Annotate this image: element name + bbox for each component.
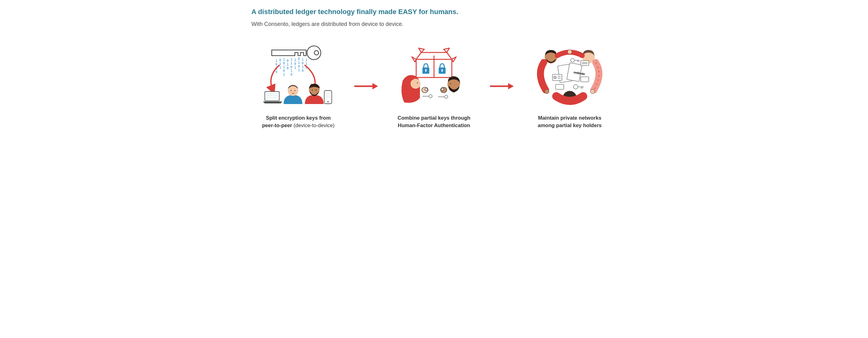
step-2-caption: Combine partial keys through Human-Facto… [398,114,471,129]
step-1-bold: peer-to-peer [262,123,292,128]
svg-point-76 [545,89,549,94]
svg-rect-88 [581,77,589,82]
svg-text:0: 0 [298,57,300,61]
svg-point-64 [450,83,451,84]
step-1-light: (device-to-device) [292,123,335,128]
svg-point-42 [290,90,291,91]
svg-point-43 [294,90,295,91]
svg-point-91 [574,84,578,89]
svg-rect-85 [581,61,589,66]
svg-text:0: 0 [276,63,277,66]
svg-text:1: 1 [290,58,292,61]
private-network-icon: confidential [534,43,606,106]
svg-text:0: 0 [283,62,285,65]
step-3-line2: among partial key holders [538,123,601,128]
combine-keys-icon [398,43,470,106]
svg-text:1: 1 [283,65,285,69]
svg-point-66 [425,88,428,91]
svg-text:0: 0 [302,69,304,72]
svg-text:0: 0 [283,69,285,72]
page-subtitle: With Consento, ledgers are distributed f… [251,21,617,28]
svg-point-90 [571,59,575,62]
svg-text:1: 1 [290,62,292,65]
arrow-1-icon [354,82,379,90]
svg-point-51 [328,101,329,102]
svg-point-68 [441,88,444,91]
svg-text:0: 0 [287,59,289,63]
svg-point-45 [312,89,313,90]
svg-point-61 [410,79,421,89]
svg-text:1: 1 [302,65,304,69]
svg-text:0: 0 [290,65,292,69]
svg-point-62 [417,82,418,83]
step-2-line1: Combine partial keys through [398,115,471,121]
svg-point-77 [590,89,595,94]
svg-text:1: 1 [287,63,289,66]
svg-text:1: 1 [298,61,300,64]
svg-text:1: 1 [294,66,296,69]
svg-point-75 [567,50,572,54]
svg-text:1: 1 [283,73,285,76]
svg-text:1: 1 [306,59,307,62]
svg-rect-89 [556,84,564,89]
diagram-page: A distributed ledger technology finally … [217,0,651,139]
step-3-line1: Maintain private networks [538,115,601,121]
svg-text:1: 1 [290,69,292,72]
step-2-line2: Human-Factor Authentication [398,123,470,128]
svg-text:0: 0 [279,59,281,62]
svg-text:0: 0 [298,65,300,68]
svg-text:0: 0 [302,62,304,65]
svg-text:0: 0 [287,67,289,70]
page-title: A distributed ledger technology finally … [251,8,617,16]
step-1-line1: Split encryption keys from [266,115,331,121]
svg-text:1: 1 [306,62,307,66]
arrow-2-icon [489,82,514,90]
step-1: 1010 011 10101 010 11010 101 0101 1010 1… [251,43,345,129]
svg-point-46 [315,89,316,90]
step-1-caption: Split encryption keys from peer-to-peer … [262,114,335,129]
steps-row: 1010 011 10101 010 11010 101 0101 1010 1… [251,43,617,129]
step-2: Combine partial keys through Human-Facto… [387,43,481,129]
svg-text:1: 1 [298,68,300,72]
svg-rect-60 [442,70,443,72]
svg-point-82 [554,76,556,79]
step-3-caption: Maintain private networks among partial … [538,114,601,129]
svg-text:0: 0 [294,62,296,66]
svg-point-1 [314,50,319,55]
svg-text:0: 0 [276,70,277,74]
svg-text:1: 1 [276,59,277,63]
svg-text:1: 1 [294,59,296,62]
split-key-icon: 1010 011 10101 010 11010 101 0101 1010 1… [262,43,334,106]
step-3: confidential [523,43,617,129]
svg-text:1: 1 [302,58,304,61]
svg-rect-57 [426,70,427,72]
svg-text:1: 1 [283,58,285,61]
svg-text:1: 1 [279,66,281,69]
svg-point-69 [429,95,432,98]
svg-text:0: 0 [290,73,292,76]
svg-point-70 [445,95,448,98]
